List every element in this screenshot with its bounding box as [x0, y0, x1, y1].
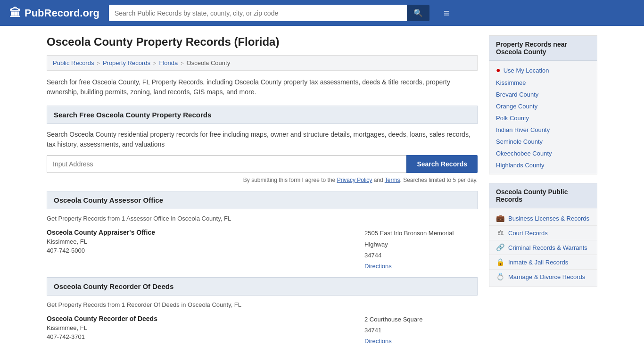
assessor-address-line1: 2505 East Irlo Bronson Memorial	[364, 229, 478, 238]
breadcrumb-public-records[interactable]: Public Records	[53, 59, 94, 66]
logo-text: PubRecord.org	[25, 7, 99, 19]
recorder-office-card: Osceola County Recorder of Deeds Kissimm…	[47, 315, 478, 345]
assessor-section: Get Property Records from 1 Assessor Off…	[47, 215, 478, 270]
search-records-button[interactable]: Search Records	[406, 155, 478, 173]
recorder-subtitle: Get Property Records from 1 Recorder Of …	[47, 301, 478, 308]
recorder-office-info: Osceola County Recorder of Deeds Kissimm…	[47, 315, 357, 345]
search-row: Search Records	[47, 155, 478, 173]
breadcrumb-sep-2: >	[153, 60, 156, 66]
recorder-office-name: Osceola County Recorder of Deeds	[47, 315, 357, 322]
assessor-section-header: Osceola County Assessor Office	[47, 191, 478, 209]
assessor-office-phone: 407-742-5000	[47, 247, 357, 254]
form-disclaimer: By submitting this form I agree to the P…	[47, 177, 478, 183]
search-form: Search Osceola County residential proper…	[47, 130, 478, 183]
use-location-link[interactable]: Use My Location	[504, 67, 549, 74]
record-inmate[interactable]: 🔒 Inmate & Jail Records	[489, 255, 597, 270]
logo-icon: 🏛	[9, 7, 21, 20]
privacy-policy-link[interactable]: Privacy Policy	[337, 177, 372, 183]
assessor-address-line2: Highway	[364, 240, 478, 249]
nearby-okeechobee[interactable]: Okeechobee County	[489, 148, 597, 159]
nearby-kissimmee[interactable]: Kissimmee	[489, 77, 597, 89]
site-header: 🏛 PubRecord.org 🔍 ≡	[0, 0, 644, 26]
record-court[interactable]: ⚖ Court Records	[489, 226, 597, 240]
recorder-office-phone: 407-742-3701	[47, 333, 357, 340]
main-container: Osceola County Property Records (Florida…	[39, 26, 605, 362]
business-icon: 💼	[496, 214, 504, 222]
breadcrumb-current: Osceola County	[187, 59, 231, 66]
address-input[interactable]	[47, 155, 406, 173]
recorder-section: Get Property Records from 1 Recorder Of …	[47, 301, 478, 345]
nearby-indian-river[interactable]: Indian River County	[489, 124, 597, 136]
nearby-records-title: Property Records near Osceola County	[489, 36, 597, 61]
recorder-zip: 34741	[364, 326, 478, 335]
public-records-list: 💼 Business Licenses & Records ⚖ Court Re…	[489, 208, 597, 287]
terms-link[interactable]: Terms	[385, 177, 400, 183]
nearby-brevard[interactable]: Brevard County	[489, 89, 597, 100]
nearby-seminole[interactable]: Seminole County	[489, 136, 597, 148]
assessor-office-name: Osceola County Appraiser's Office	[47, 229, 357, 236]
inmate-icon: 🔒	[496, 258, 504, 266]
content-area: Osceola County Property Records (Florida…	[47, 35, 478, 352]
marriage-icon: 💍	[496, 272, 504, 281]
public-records-title: Osceola County Public Records	[489, 183, 597, 208]
limit-text: . Searches limited to 5 per day.	[400, 177, 478, 183]
breadcrumb: Public Records > Property Records > Flor…	[47, 55, 478, 71]
criminal-icon: 🔗	[496, 243, 504, 252]
assessor-subtitle: Get Property Records from 1 Assessor Off…	[47, 215, 478, 222]
page-title: Osceola County Property Records (Florida…	[47, 35, 478, 49]
assessor-office-info: Osceola County Appraiser's Office Kissim…	[47, 229, 357, 270]
breadcrumb-property-records[interactable]: Property Records	[103, 59, 150, 66]
nearby-orange[interactable]: Orange County	[489, 100, 597, 112]
record-criminal[interactable]: 🔗 Criminal Records & Warrants	[489, 240, 597, 255]
record-marriage[interactable]: 💍 Marriage & Divorce Records	[489, 270, 597, 284]
search-section-header: Search Free Osceola County Property Reco…	[47, 106, 478, 124]
breadcrumb-sep-3: >	[181, 60, 183, 66]
breadcrumb-sep-1: >	[97, 60, 99, 66]
header-search-button[interactable]: 🔍	[407, 5, 429, 21]
nearby-highlands[interactable]: Highlands County	[489, 159, 597, 171]
assessor-office-city: Kissimmee, FL	[47, 238, 357, 245]
nearby-records-box: Property Records near Osceola County ● U…	[489, 35, 597, 174]
recorder-directions-link[interactable]: Directions	[364, 337, 392, 345]
recorder-office-city: Kissimmee, FL	[47, 324, 357, 331]
recorder-address-line1: 2 Courthouse Square	[364, 315, 478, 324]
site-logo[interactable]: 🏛 PubRecord.org	[9, 7, 99, 20]
header-search-input[interactable]	[109, 5, 407, 21]
public-records-box: Osceola County Public Records 💼 Business…	[489, 183, 597, 287]
search-description: Search Osceola County residential proper…	[47, 130, 478, 149]
recorder-section-header: Osceola County Recorder Of Deeds	[47, 277, 478, 296]
recorder-office-address: 2 Courthouse Square 34741 Directions	[364, 315, 478, 345]
and-text: and	[372, 177, 384, 183]
nearby-polk[interactable]: Polk County	[489, 112, 597, 124]
page-description: Search for free Osceola County, FL Prope…	[47, 77, 478, 97]
location-dot-icon: ●	[496, 66, 501, 74]
assessor-zip: 34744	[364, 251, 478, 260]
header-menu-button[interactable]: ≡	[444, 7, 450, 19]
assessor-directions-link[interactable]: Directions	[364, 263, 392, 270]
nearby-records-list: ● Use My Location Kissimmee Brevard Coun…	[489, 61, 597, 174]
breadcrumb-florida[interactable]: Florida	[159, 59, 178, 66]
assessor-office-card: Osceola County Appraiser's Office Kissim…	[47, 229, 478, 270]
header-search-wrap: 🔍	[109, 5, 429, 21]
assessor-office-address: 2505 East Irlo Bronson Memorial Highway …	[364, 229, 478, 270]
court-icon: ⚖	[496, 229, 504, 237]
sidebar: Property Records near Osceola County ● U…	[489, 35, 597, 352]
use-location-item[interactable]: ● Use My Location	[489, 64, 597, 77]
disclaimer-text: By submitting this form I agree to the	[243, 177, 337, 183]
record-business[interactable]: 💼 Business Licenses & Records	[489, 211, 597, 226]
